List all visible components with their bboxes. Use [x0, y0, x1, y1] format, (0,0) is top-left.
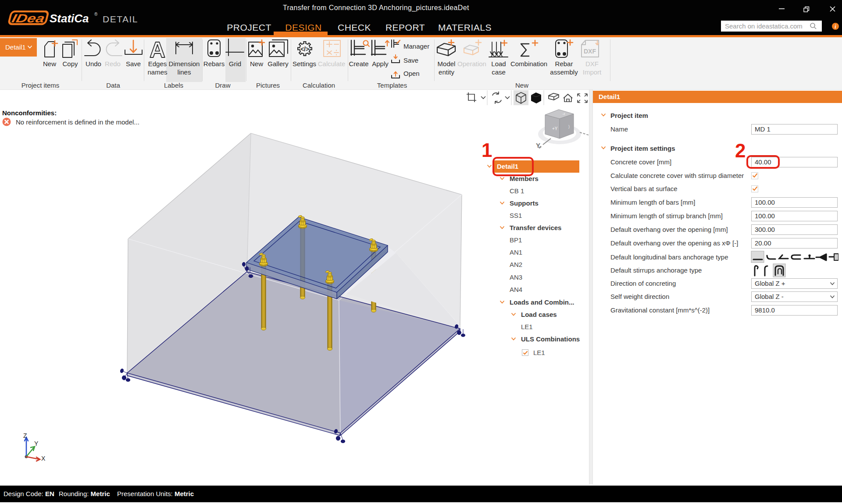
svg-text:+Y: +Y [552, 126, 558, 131]
svg-text:IDea: IDea [11, 11, 46, 25]
svg-text:®: ® [94, 12, 98, 17]
svg-text:): ) [568, 124, 570, 129]
svg-text:A: A [150, 38, 165, 62]
svg-text:Y: Y [34, 440, 39, 447]
svg-text:X: X [41, 455, 46, 462]
svg-text:StatiCa: StatiCa [50, 12, 89, 25]
svg-text:DXF: DXF [584, 48, 596, 55]
svg-text:</>: </> [300, 46, 309, 53]
svg-text:Y: Y [536, 142, 540, 149]
svg-text:Z: Z [23, 432, 27, 439]
svg-text:-z: -z [562, 112, 565, 116]
svg-text:DETAIL: DETAIL [103, 14, 138, 24]
